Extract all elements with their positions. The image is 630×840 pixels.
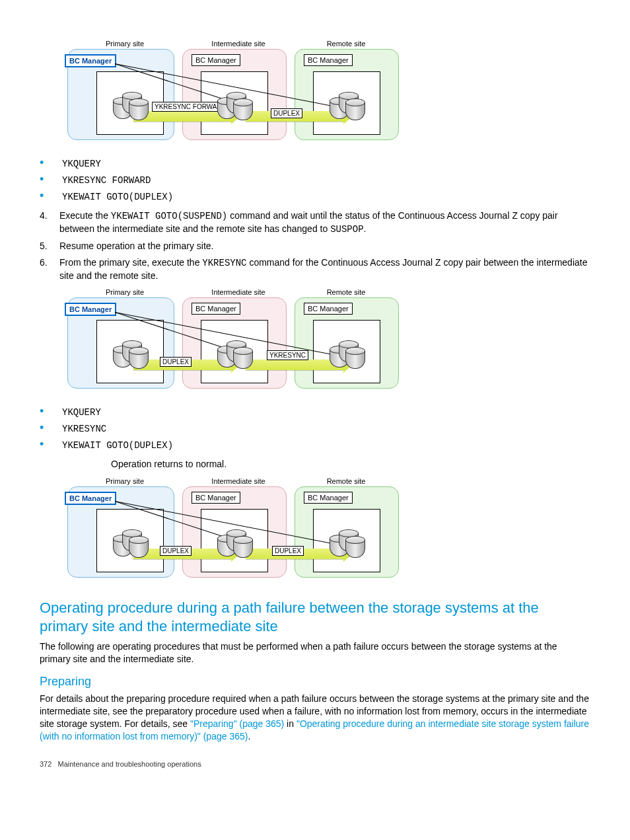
cmd-ykresync: YKRESYNC — [62, 424, 106, 434]
storage-intermediate — [201, 509, 268, 572]
label-remote: Remote site — [295, 40, 398, 48]
arrow2-label: YKRESYNC — [267, 350, 308, 360]
bc-manager-remote: BC Manager — [304, 54, 353, 66]
step-5: 5. Resume operation at the primary site. — [40, 240, 590, 252]
diagram-ykresync: Primary site Intermediate site Remote si… — [67, 288, 398, 397]
page-footer: 372 Maintenance and troubleshooting oper… — [40, 760, 590, 768]
label-intermediate: Intermediate site — [182, 40, 295, 48]
bc-manager-remote: BC Manager — [304, 492, 353, 504]
bc-manager-primary: BC Manager — [65, 303, 116, 316]
sub-paragraph: For details about the preparing procedur… — [40, 693, 590, 743]
returns-text: Operation returns to normal. — [111, 458, 590, 471]
step-body: Resume operation at the primary site. — [59, 240, 590, 252]
text: in — [284, 718, 297, 729]
diagram-normal: Primary site Intermediate site Remote si… — [67, 477, 398, 586]
cmd-ykewait-duplex: YKEWAIT GOTO(DUPLEX) — [62, 440, 173, 451]
step-number: 6. — [40, 256, 59, 282]
code: YKEWAIT GOTO(SUSPEND) — [111, 211, 227, 221]
bc-manager-intermediate: BC Manager — [192, 54, 240, 66]
procedure-steps: 4. Execute the YKEWAIT GOTO(SUSPEND) com… — [40, 210, 590, 282]
label-remote: Remote site — [295, 288, 398, 296]
arrow2-label: DUPLEX — [271, 108, 302, 118]
text: . — [364, 223, 367, 234]
section-heading: Operating procedure during a path failur… — [40, 599, 590, 635]
cmd-ykewait-duplex: YKEWAIT GOTO(DUPLEX) — [62, 192, 173, 202]
diagram-resync-forward: Primary site Intermediate site Remote si… — [67, 40, 398, 148]
cmd-ykquery: YKQUERY — [62, 407, 101, 418]
arrow1-label: DUPLEX — [160, 357, 192, 367]
storage-primary — [96, 509, 164, 572]
section-paragraph: The following are operating procedures t… — [40, 640, 590, 666]
label-primary: Primary site — [67, 288, 182, 296]
arrow1-label: DUPLEX — [160, 546, 192, 556]
label-primary: Primary site — [67, 477, 182, 485]
sub-heading: Preparing — [40, 675, 590, 689]
arrow2-label: DUPLEX — [272, 546, 304, 556]
bc-manager-primary: BC Manager — [65, 54, 116, 67]
command-list-2: YKQUERY YKRESYNC YKEWAIT GOTO(DUPLEX) — [40, 404, 590, 451]
footer-title: Maintenance and troubleshooting operatio… — [58, 760, 201, 768]
label-intermediate: Intermediate site — [182, 288, 295, 296]
text: From the primary site, execute the — [59, 257, 202, 268]
cmd-ykresync-forward: YKRESYNC FORWARD — [62, 175, 151, 186]
text: Execute the — [59, 210, 111, 221]
storage-intermediate — [201, 320, 268, 383]
step-6: 6. From the primary site, execute the YK… — [40, 256, 590, 282]
step-number: 4. — [40, 210, 59, 236]
step-4: 4. Execute the YKEWAIT GOTO(SUSPEND) com… — [40, 210, 590, 236]
storage-remote — [313, 71, 380, 135]
bc-manager-intermediate: BC Manager — [192, 303, 240, 315]
label-intermediate: Intermediate site — [182, 477, 295, 485]
step-number: 5. — [40, 240, 59, 252]
page-number: 372 — [40, 760, 52, 768]
label-primary: Primary site — [67, 40, 182, 48]
cmd-ykquery: YKQUERY — [62, 159, 101, 169]
code: YKRESYNC — [202, 258, 246, 268]
bc-manager-remote: BC Manager — [304, 303, 353, 315]
command-list-1: YKQUERY YKRESYNC FORWARD YKEWAIT GOTO(DU… — [40, 156, 590, 203]
step-body: From the primary site, execute the YKRES… — [59, 256, 590, 282]
label-remote: Remote site — [295, 477, 398, 485]
code: SUSPOP — [330, 224, 363, 235]
text: . — [248, 731, 250, 742]
link-preparing[interactable]: "Preparing" (page 365) — [190, 718, 284, 729]
storage-primary — [96, 320, 164, 383]
bc-manager-primary: BC Manager — [65, 492, 116, 505]
step-body: Execute the YKEWAIT GOTO(SUSPEND) comman… — [59, 210, 590, 236]
bc-manager-intermediate: BC Manager — [192, 492, 240, 504]
